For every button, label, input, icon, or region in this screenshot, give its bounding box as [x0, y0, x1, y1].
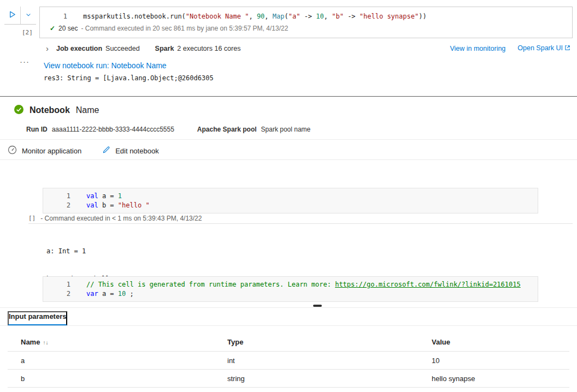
cell-status-bar: ✓ 20 sec - Command executed in 20 sec 86… [40, 25, 572, 32]
result-output-text: res3: String = [Ljava.lang.Object;@260d6… [44, 74, 214, 82]
divider [0, 325, 577, 326]
edit-notebook-button[interactable]: Edit notebook [102, 146, 159, 156]
expand-chevron-icon[interactable]: › [46, 44, 49, 52]
notebook-title-suffix: Name [76, 105, 99, 115]
preview-cell-status-bar: [] - Command executed in < 1 ms on 5:39:… [28, 213, 573, 224]
code-line: 1 // This cell is generated from runtime… [43, 280, 538, 289]
divider [0, 159, 577, 160]
pencil-icon [102, 146, 110, 156]
spark-info: 2 executors 16 cores [177, 45, 240, 52]
table-row[interactable]: b string hello synapse [8, 370, 569, 388]
cell-execution-count: [] [28, 215, 36, 222]
table-row[interactable]: a int 10 [8, 352, 569, 370]
column-header-name[interactable]: Name↑↓ [8, 338, 214, 346]
param-type: int [214, 357, 419, 365]
pane-divider [0, 96, 577, 97]
output-line: a: Int = 1 [46, 247, 114, 256]
success-status-icon [14, 105, 23, 116]
cell-execution-count: [2] [22, 29, 33, 36]
code-text: // This cell is generated from runtime p… [86, 281, 521, 288]
code-cell[interactable]: 1 mssparkutils.notebook.run("Notebook Na… [39, 7, 573, 38]
divider [0, 307, 577, 308]
param-type: string [214, 375, 419, 383]
line-number: 2 [43, 201, 70, 209]
view-in-monitoring-link[interactable]: View in monitoring [450, 45, 505, 52]
notebook-run-toolbar: Monitor application Edit notebook [8, 142, 159, 159]
code-text: mssparkutils.notebook.run("Notebook Name… [83, 13, 427, 20]
param-value: hello synapse [419, 375, 569, 383]
preview-code-cell-2[interactable]: 1 // This cell is generated from runtime… [43, 276, 538, 302]
run-info-row: Run ID aaaa1111-2222-bbbb-3333-4444cccc5… [26, 126, 310, 133]
line-number: 1 [43, 281, 70, 288]
column-header-type[interactable]: Type [214, 338, 419, 346]
code-line: 2 var a = 10 ; [43, 289, 538, 298]
notebook-run-title: Notebook Name [14, 105, 99, 116]
success-check-icon: ✓ [50, 25, 55, 32]
job-status: Succeeded [105, 45, 140, 52]
code-text: val b = "hello " [86, 201, 150, 209]
synapse-notebook-screen: [2] 1 mssparkutils.notebook.run("Noteboo… [0, 0, 577, 392]
line-number: 2 [43, 290, 70, 298]
execution-status-text: - Command executed in < 1 ms on 5:39:43 … [40, 215, 202, 222]
sort-icon[interactable]: ↑↓ [43, 340, 48, 346]
spark-label: Spark [155, 45, 174, 52]
run-cell-button[interactable] [4, 7, 21, 24]
code-line[interactable]: 1 mssparkutils.notebook.run("Notebook Na… [40, 11, 572, 21]
preview-code-cell-1[interactable]: 1 val a = 1 2 val b = "hello " [43, 188, 538, 213]
tab-input-parameters[interactable]: Input parameters [8, 311, 67, 325]
run-options-button[interactable] [21, 7, 36, 24]
code-line: 1 val a = 1 [43, 191, 538, 200]
view-notebook-run-link[interactable]: View notebook run: Notebook Name [44, 61, 167, 70]
input-parameters-table: Name↑↓ Type Value a int 10 b string hell… [8, 333, 569, 388]
run-id-value: aaaa1111-2222-bbbb-3333-4444cccc5555 [52, 126, 174, 133]
code-text: val a = 1 [86, 192, 122, 200]
code-line: 2 val b = "hello " [43, 200, 538, 210]
run-cell-controls [4, 7, 36, 25]
open-spark-ui-link[interactable]: Open Spark UI [517, 44, 570, 52]
notebook-title-name: Notebook [30, 105, 70, 115]
code-text: var a = 10 ; [86, 290, 134, 298]
param-name: a [8, 357, 214, 365]
spark-pool-label: Apache Spark pool [197, 126, 257, 133]
monitor-application-button[interactable]: Monitor application [8, 145, 81, 156]
column-header-value[interactable]: Value [419, 338, 569, 346]
play-icon [8, 10, 16, 20]
panel-resize-handle[interactable] [313, 305, 322, 307]
line-number: 1 [43, 192, 70, 200]
monitor-icon [8, 145, 17, 156]
spark-pool-value: Spark pool name [261, 126, 311, 133]
chevron-down-icon [25, 11, 32, 20]
job-execution-label: Job execution [56, 45, 102, 52]
execution-duration: 20 sec [58, 25, 78, 32]
edit-notebook-label: Edit notebook [115, 147, 159, 155]
execution-status-text: - Command executed in 20 sec 861 ms by j… [81, 25, 288, 32]
run-id-label: Run ID [26, 126, 48, 133]
external-link-icon [564, 45, 570, 52]
line-number: 1 [40, 13, 67, 20]
more-actions-ellipsis-icon[interactable]: ··· [20, 57, 30, 66]
monitor-application-label: Monitor application [22, 147, 81, 155]
job-execution-row: › Job execution Succeeded Spark 2 execut… [46, 44, 570, 52]
table-header-row: Name↑↓ Type Value [8, 333, 569, 352]
divider [0, 139, 577, 140]
param-value: 10 [419, 357, 569, 365]
param-name: b [8, 375, 214, 383]
